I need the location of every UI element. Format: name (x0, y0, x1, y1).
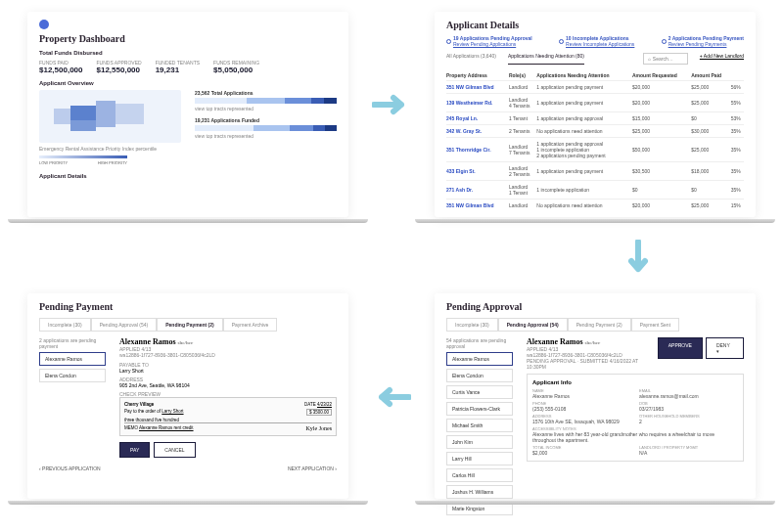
workflow-breadcrumb: Incomplete (30) Pending Approval (54) Pe… (446, 318, 744, 332)
list-item[interactable]: Alexanne Ramos (39, 352, 106, 366)
priority-gradient (39, 155, 127, 158)
list-item[interactable]: Patricia Flowers-Clark (446, 402, 513, 416)
table-row[interactable]: 139 Westheimer Rd.Landlord 4 Tenants1 ap… (446, 94, 744, 112)
priority-caption: Emergency Rental Assistance Priority Ind… (39, 146, 181, 152)
apps-bar (195, 98, 337, 104)
applicant-name: Alexanne Ramos she/her (119, 337, 337, 346)
search-icon: ⌕ (648, 56, 651, 62)
funded-bar (195, 125, 337, 131)
arrow-down (626, 240, 650, 279)
list-item[interactable]: Larry Hill (446, 452, 513, 466)
page-title: Pending Approval (446, 301, 744, 312)
table-row[interactable]: 245 Royal Ln.1 Tenant1 application pendi… (446, 112, 744, 125)
details-heading: Applicant Details (39, 173, 337, 179)
overview-heading: Applicant Overview (39, 80, 337, 86)
list-item[interactable]: Curtis Vance (446, 385, 513, 399)
deny-button[interactable]: DENY ▾ (706, 337, 744, 359)
check-preview: Cherry Village DATE 4/23/22 Pay to the o… (119, 397, 337, 436)
total-apps: 23,562 Total Applications (195, 90, 337, 96)
tab-all[interactable]: All Applications (3,640) (446, 53, 496, 65)
page-title: Property Dashboard (39, 33, 337, 44)
pay-button[interactable]: PAY (119, 442, 150, 458)
page-title: Applicant Details (446, 20, 744, 30)
table-row[interactable]: 351 Thornridge Cir.Landlord 7 Tenants1 a… (446, 138, 744, 162)
column-header[interactable]: Property Address (446, 70, 509, 81)
applicant-name: Alexanne Ramos she/her (527, 337, 658, 346)
app-logo (39, 20, 49, 29)
column-header[interactable] (731, 70, 744, 81)
approve-button[interactable]: APPROVE (658, 337, 703, 359)
list-item[interactable]: Alexanne Ramos (446, 352, 513, 366)
prev-application-link[interactable]: ‹ PREVIOUS APPLICATION (39, 466, 101, 471)
metric: FUNDED TENANTS19,231 (156, 60, 200, 74)
column-header[interactable]: Amount Paid (691, 70, 731, 81)
column-header[interactable]: Applications Needing Attention (536, 70, 632, 81)
table-row[interactable]: 342 W. Gray St.2 TenantsNo applications … (446, 125, 744, 138)
status-pill[interactable]: 10 Incomplete ApplicationsReview Incompl… (559, 35, 634, 47)
status-pill[interactable]: 2 Applications Pending PaymentReview Pen… (662, 35, 744, 47)
applications-table: Property AddressRole(s)Applications Need… (446, 70, 744, 211)
add-landlord-link[interactable]: + Add New Landlord (700, 53, 744, 65)
list-item[interactable]: Carlos Hill (446, 468, 513, 482)
table-row[interactable]: 351 NW Gilman BlvdLandlordNo application… (446, 200, 744, 212)
choropleth-map[interactable] (39, 90, 181, 143)
list-item[interactable]: Michael Smith (446, 419, 513, 432)
status-pill[interactable]: 19 Applications Pending ApprovalReview P… (446, 35, 532, 47)
list-item[interactable]: Elena Condon (39, 369, 106, 382)
next-application-link[interactable]: NEXT APPLICATION › (288, 466, 337, 471)
arrow-left (372, 385, 411, 409)
page-title: Pending Payment (39, 301, 337, 312)
column-header[interactable]: Amount Requested (632, 70, 691, 81)
workflow-breadcrumb: Incomplete (30) Pending Approval (54) Pe… (39, 318, 337, 332)
list-item[interactable]: Marie Kingston (446, 502, 513, 515)
funded-apps: 19,231 Applications Funded (195, 117, 337, 123)
cancel-button[interactable]: CANCEL (154, 442, 195, 458)
column-header[interactable]: Role(s) (509, 70, 536, 81)
table-row[interactable]: 271 Ash Dr.Landlord 1 Tenant1 incomplete… (446, 181, 744, 200)
list-item[interactable]: Elena Condon (446, 369, 513, 382)
search-input[interactable]: ⌕Search… (643, 53, 688, 65)
table-row[interactable]: 351 NW Gilman BlvdLandlord1 application … (446, 81, 744, 94)
metric: FUNDS PAID$12,500,000 (39, 60, 83, 74)
list-item[interactable]: Joshus H. Williams (446, 485, 513, 499)
metric: FUNDS REMAINING$5,050,000 (213, 60, 259, 74)
list-item[interactable]: John Kim (446, 435, 513, 449)
table-row[interactable]: 433 Elgin St.Landlord 2 Tenants1 applica… (446, 162, 744, 181)
arrow-right-1 (372, 93, 411, 116)
metric: FUNDS APPROVED$12,550,000 (97, 60, 142, 74)
funds-heading: Total Funds Disbursed (39, 50, 337, 56)
tab-attention[interactable]: Applications Needing Attention (80) (508, 53, 584, 65)
